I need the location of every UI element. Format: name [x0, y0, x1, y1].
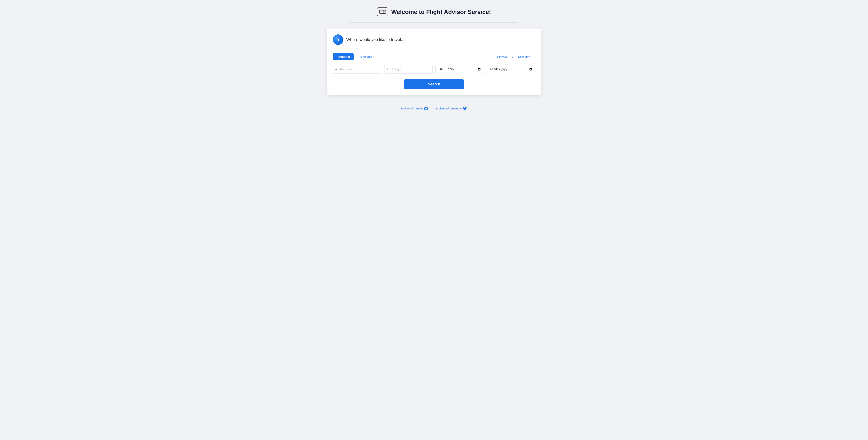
class-select[interactable]: Economy Business First Class — [518, 55, 532, 58]
return-date-input[interactable] — [487, 65, 535, 74]
header: ✈ Welcome to Flight Advisor Service! — [377, 7, 491, 16]
flying-from-location-icon: ⌖ — [335, 67, 337, 71]
globe-icon: ✈ — [333, 34, 343, 45]
depart-date-input[interactable] — [435, 65, 484, 74]
class-select-wrapper: Economy Business First Class ⌄ — [518, 55, 535, 58]
flying-from-input[interactable] — [333, 65, 381, 74]
traveler-select[interactable]: 1 traveler 2 travelers 3 travelers 4 tra… — [497, 55, 511, 58]
search-card: ✈ Where would you like to travel... Roun… — [327, 29, 541, 95]
traveler-select-wrapper: 1 traveler 2 travelers 3 travelers 4 tra… — [497, 55, 514, 58]
svg-text:✈: ✈ — [380, 11, 382, 13]
page-wrapper: ✈ Welcome to Flight Advisor Service! ✈ W… — [322, 0, 546, 120]
class-chevron-icon: ⌄ — [533, 55, 535, 58]
trip-options: Roundtrip One-way 1 traveler 2 travelers… — [333, 53, 535, 60]
page-title: Welcome to Flight Advisor Service! — [391, 8, 491, 15]
traveler-chevron-icon: ⌄ — [512, 55, 514, 58]
twitter-link[interactable]: Mohamed Taman on — [436, 107, 467, 110]
going-to-location-icon: ⌖ — [386, 67, 389, 71]
roundtrip-button[interactable]: Roundtrip — [333, 53, 354, 60]
github-link[interactable]: Mohamed Taman — [401, 107, 428, 110]
depart-date-wrapper — [435, 65, 484, 74]
github-author-name: Mohamed Taman — [401, 107, 423, 110]
airplane-icon: ✈ — [336, 37, 341, 43]
going-to-input[interactable] — [384, 65, 433, 74]
twitter-author-name: Mohamed Taman on — [436, 107, 462, 110]
twitter-icon — [463, 107, 467, 110]
search-button[interactable]: Search — [404, 79, 464, 89]
card-subtitle: Where would you like to travel... — [346, 37, 404, 42]
going-to-wrapper: ⌖ — [384, 65, 433, 74]
svg-rect-4 — [384, 12, 385, 12]
ticket-icon: ✈ — [377, 7, 388, 16]
oneway-button[interactable]: One-way — [357, 53, 376, 60]
trip-options-right: 1 traveler 2 travelers 3 travelers 4 tra… — [497, 55, 535, 58]
github-icon — [424, 107, 428, 110]
header-divider — [350, 22, 518, 23]
search-button-wrapper: Search — [333, 79, 535, 89]
svg-rect-3 — [384, 11, 385, 11]
search-fields: ⌖ ⌖ — [333, 65, 535, 74]
footer-separator: | — [432, 106, 433, 110]
footer: Mohamed Taman | Mohamed Taman on — [401, 106, 467, 110]
flying-from-wrapper: ⌖ — [333, 65, 381, 74]
card-header: ✈ Where would you like to travel... — [333, 34, 535, 49]
return-date-wrapper — [487, 65, 535, 74]
